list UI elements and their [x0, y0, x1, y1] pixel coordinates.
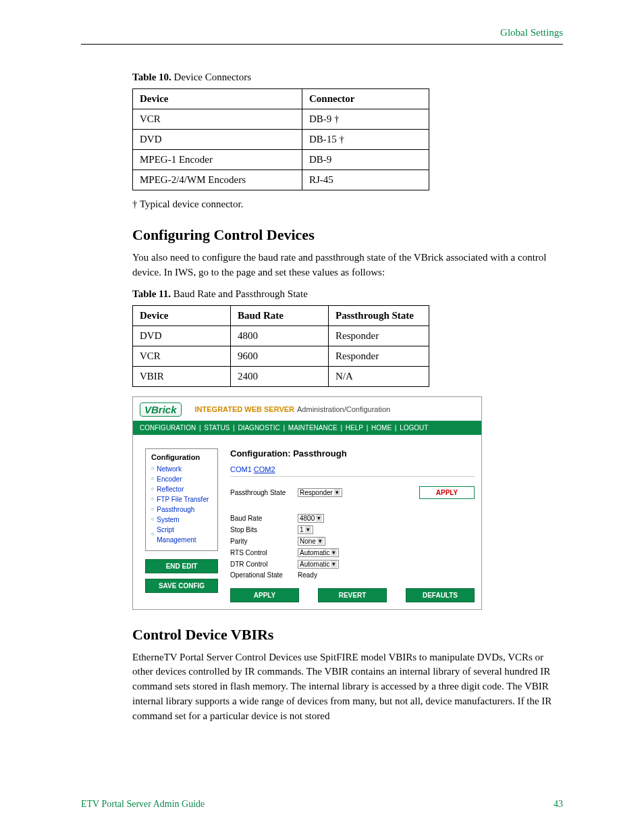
rts-control-select[interactable]: Automatic [298, 548, 339, 557]
apply-button-side[interactable]: APPLY [419, 486, 475, 499]
menu-home[interactable]: HOME [371, 424, 392, 432]
menu-status[interactable]: STATUS [204, 424, 230, 432]
ss-title2: Administration/Configuration [297, 405, 390, 413]
sidebar-link-network[interactable]: Network [151, 464, 212, 474]
table-row: DVDDB-15 † [133, 130, 429, 150]
table-row: VCRDB-9 † [133, 109, 429, 130]
table11-caption-prefix: Table 11. [132, 288, 171, 299]
menu-help[interactable]: HELP [346, 424, 363, 432]
section1-para: You also need to configure the baud rate… [132, 251, 563, 280]
stop-bits-select[interactable]: 1 [298, 525, 313, 534]
ss-menu: CONFIGURATION | STATUS | DIAGNOSTIC | MA… [133, 421, 481, 435]
sidebar-link-reflector[interactable]: Reflector [151, 484, 212, 494]
sidebar-link-script[interactable]: Script Management [151, 525, 212, 545]
footer-page-number: 43 [554, 799, 563, 810]
table10-col-1: Connector [302, 89, 429, 109]
revert-button[interactable]: REVERT [318, 588, 387, 602]
table-row: DVD4800Responder [133, 325, 429, 346]
baud-rate-select[interactable]: 4800 [298, 514, 324, 523]
baud-rate-label: Baud Rate [230, 515, 298, 522]
operational-state-value: Ready [298, 571, 317, 579]
ss-tabs: COM1 COM2 [230, 465, 475, 477]
ss-main-heading: Configuration: Passthrough [230, 448, 475, 459]
table-row: VBIR2400N/A [133, 366, 429, 386]
passthrough-state-select[interactable]: Responder [298, 488, 342, 497]
table11-col-1: Baud Rate [231, 305, 329, 325]
tab-com1[interactable]: COM1 [230, 465, 252, 473]
iws-screenshot: VBrick INTEGRATED WEB SERVER Administrat… [132, 396, 482, 610]
sidebar-link-ftp[interactable]: FTP File Transfer [151, 494, 212, 504]
ss-title1: INTEGRATED WEB SERVER [195, 405, 295, 413]
table11: Device Baud Rate Passthrough State DVD48… [132, 305, 429, 387]
header-divider [81, 44, 563, 45]
dtr-control-label: DTR Control [230, 561, 298, 568]
table10-caption: Table 10. Device Connectors [132, 72, 563, 83]
sidebar-link-system[interactable]: System [151, 515, 212, 525]
operational-state-label: Operational State [230, 571, 298, 579]
table-row: MPEG-2/4/WM EncodersRJ-45 [133, 170, 429, 190]
rts-control-label: RTS Control [230, 549, 298, 556]
sidebar-link-encoder[interactable]: Encoder [151, 474, 212, 484]
stop-bits-label: Stop Bits [230, 526, 298, 533]
table-row: MPEG-1 EncoderDB-9 [133, 150, 429, 170]
dtr-control-select[interactable]: Automatic [298, 560, 339, 569]
ss-sidebar: Configuration Network Encoder Reflector … [145, 448, 218, 602]
save-config-button[interactable]: SAVE CONFIG [145, 579, 218, 593]
menu-logout[interactable]: LOGOUT [400, 424, 428, 432]
menu-diagnostic[interactable]: DIAGNOSTIC [238, 424, 279, 432]
sidebar-link-passthrough[interactable]: Passthrough [151, 504, 212, 515]
apply-button[interactable]: APPLY [230, 588, 299, 602]
table10-header-row: Device Connector [133, 89, 429, 109]
tab-com2[interactable]: COM2 [254, 465, 275, 473]
table11-caption-text: Baud Rate and Passthrough State [173, 288, 308, 299]
page-footer: ETV Portal Server Admin Guide 43 [81, 799, 563, 810]
defaults-button[interactable]: DEFAULTS [406, 588, 475, 602]
vbrick-logo: VBrick [140, 402, 182, 417]
table10-col-0: Device [133, 89, 302, 109]
ss-config-title: Configuration [151, 453, 212, 461]
table-row: VCR9600Responder [133, 346, 429, 366]
table11-header-row: Device Baud Rate Passthrough State [133, 305, 429, 325]
parity-label: Parity [230, 538, 298, 545]
ss-topbar: VBrick INTEGRATED WEB SERVER Administrat… [133, 397, 481, 421]
section2-para: EtherneTV Portal Server Control Devices … [132, 650, 563, 724]
ss-config-box: Configuration Network Encoder Reflector … [145, 448, 218, 551]
header-section: Global Settings [81, 27, 563, 38]
table10: Device Connector VCRDB-9 † DVDDB-15 † MP… [132, 88, 429, 190]
table11-col-2: Passthrough State [329, 305, 429, 325]
menu-configuration[interactable]: CONFIGURATION [140, 424, 196, 432]
parity-select[interactable]: None [298, 537, 325, 546]
section2-title: Control Device VBIRs [132, 626, 563, 644]
section1-title: Configuring Control Devices [132, 226, 563, 244]
end-edit-button[interactable]: END EDIT [145, 559, 218, 573]
table10-footnote: † Typical device connector. [132, 199, 563, 210]
footer-left: ETV Portal Server Admin Guide [81, 799, 205, 810]
table11-caption: Table 11. Baud Rate and Passthrough Stat… [132, 288, 563, 300]
table10-caption-text: Device Connectors [174, 72, 252, 82]
table11-col-0: Device [133, 305, 231, 325]
menu-maintenance[interactable]: MAINTENANCE [288, 424, 338, 432]
ss-main: Configuration: Passthrough COM1 COM2 Pas… [230, 448, 475, 602]
table10-caption-prefix: Table 10. [132, 72, 171, 82]
passthrough-state-label: Passthrough State [230, 489, 298, 496]
